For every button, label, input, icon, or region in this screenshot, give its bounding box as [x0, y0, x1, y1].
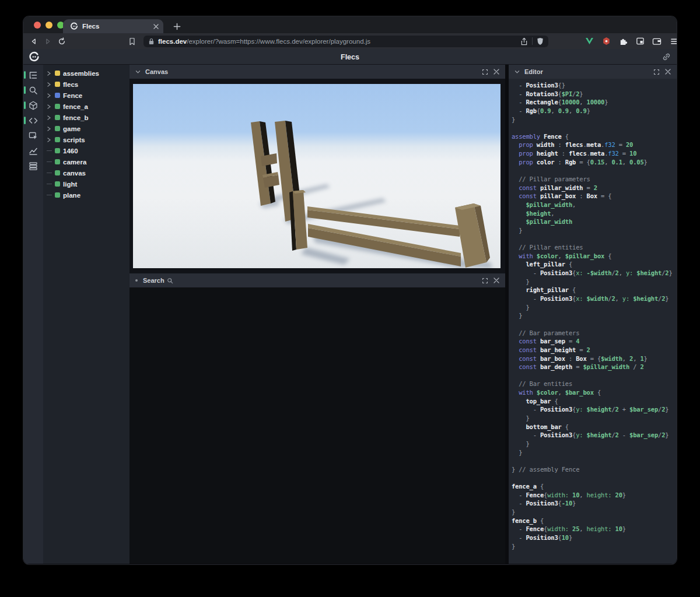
expand-chevron-icon[interactable] [46, 115, 52, 120]
code-line: with $color, $pillar_box { [512, 252, 677, 261]
rail-inspector-icon[interactable] [23, 128, 43, 143]
tree-item[interactable]: canvas [43, 167, 130, 178]
vue-devtools-icon[interactable] [583, 36, 595, 47]
tree-item-label: camera [63, 159, 86, 166]
code-line: const pillar_width = 2 [512, 184, 677, 192]
expand-chevron-icon[interactable] [46, 93, 52, 98]
code-editor[interactable]: - Position3{} - Rotation3{$PI/2} - Recta… [509, 79, 677, 564]
code-line: } [512, 226, 677, 235]
entity-type-square [55, 159, 60, 164]
rail-tree-outline-icon[interactable] [23, 68, 43, 83]
search-panel-body [130, 287, 505, 564]
bookmark-icon[interactable] [126, 35, 138, 47]
code-line: } [512, 440, 677, 448]
code-line: prop height : flecs.meta.f32 = 10 [512, 149, 677, 158]
rail-search-icon[interactable] [23, 83, 43, 98]
close-icon[interactable] [492, 68, 501, 76]
code-line: const bar_sep = 4 [512, 337, 677, 346]
expand-chevron-icon[interactable] [46, 104, 52, 109]
canvas-panel-header[interactable]: Canvas [130, 65, 505, 79]
tab-close-icon[interactable] [153, 24, 159, 29]
rail-chart-icon[interactable] [23, 143, 43, 159]
tree-item[interactable]: light [43, 178, 130, 189]
code-line: const bar_depth = $pillar_width / 2 [512, 363, 677, 371]
expand-chevron-icon[interactable] [46, 127, 52, 131]
editor-panel-header[interactable]: Editor [509, 65, 677, 79]
code-line: } // assembly Fence [512, 465, 677, 474]
reload-icon[interactable] [55, 35, 68, 47]
minimize-window-button[interactable] [46, 22, 52, 29]
chevron-down-icon[interactable] [134, 68, 142, 76]
code-line [512, 320, 677, 329]
entity-type-square [55, 181, 60, 187]
expand-chevron-icon[interactable] [46, 82, 52, 87]
url-bar[interactable]: flecs.dev/explorer/?wasm=https://www.fle… [144, 36, 548, 47]
chevron-down-icon[interactable] [513, 68, 521, 76]
entity-tree: assembliesflecsFencefence_afence_bgamesc… [43, 65, 130, 564]
tree-item[interactable]: scripts [43, 134, 130, 145]
tree-item[interactable]: assemblies [43, 68, 130, 79]
code-line: - Rectangle{10000, 10000} [512, 98, 677, 107]
code-line: const bar_height = 2 [512, 346, 677, 354]
lock-icon [148, 38, 155, 45]
code-line: prop color : Rgb = {0.15, 0.1, 0.05} [512, 158, 677, 167]
expand-chevron-icon[interactable] [46, 138, 52, 142]
code-line: $height, [512, 209, 677, 218]
extension-badge-icon[interactable] [600, 36, 612, 47]
code-line: - Fence{width: 10, height: 20} [512, 491, 677, 500]
fullscreen-icon[interactable] [481, 276, 489, 285]
leaf-dash-icon [46, 161, 52, 163]
side-panel-icon[interactable] [634, 36, 646, 47]
browser-navbar: flecs.dev/explorer/?wasm=https://www.fle… [23, 33, 677, 49]
tree-item[interactable]: fence_a [43, 101, 130, 112]
rail-code-icon[interactable] [23, 113, 43, 128]
rail-cube-icon[interactable] [23, 98, 43, 113]
menu-icon[interactable] [668, 36, 677, 47]
code-line: // Pillar entities [512, 243, 677, 252]
brave-shield-icon[interactable] [537, 37, 544, 45]
close-icon[interactable] [492, 276, 501, 285]
tree-item[interactable]: camera [43, 156, 130, 167]
back-icon[interactable] [27, 35, 40, 47]
tree-item[interactable]: flecs [43, 79, 130, 90]
new-tab-button[interactable] [170, 20, 183, 33]
tree-item-label: game [63, 125, 80, 132]
code-line [512, 166, 677, 175]
forward-icon[interactable] [41, 35, 54, 47]
tree-item[interactable]: game [43, 123, 130, 134]
code-line: - Rotation3{$PI/2} [512, 90, 677, 99]
entity-type-square [55, 93, 60, 98]
entity-type-square [55, 137, 60, 142]
expand-chevron-icon[interactable] [46, 71, 52, 76]
editor-panel: Editor - Position3{} - Rotation3{$PI/2} … [509, 65, 677, 564]
tree-item[interactable]: 1460 [43, 145, 130, 156]
tree-item[interactable]: Fence [43, 90, 130, 101]
close-icon[interactable] [664, 68, 672, 76]
code-line: - Position3{-10} [512, 499, 677, 508]
wallet-icon[interactable] [651, 36, 663, 47]
code-line [512, 473, 677, 482]
search-panel-header[interactable]: Search [130, 273, 505, 287]
code-line: // Pillar parameters [512, 175, 677, 184]
tree-item-label: canvas [63, 170, 86, 177]
fullscreen-icon[interactable] [481, 68, 489, 76]
entity-type-square [55, 170, 60, 175]
code-line: left_pillar { [512, 260, 677, 269]
tree-item[interactable]: plane [43, 189, 130, 201]
entity-type-square [55, 148, 60, 153]
close-window-button[interactable] [34, 22, 41, 29]
tree-item[interactable]: fence_b [43, 112, 130, 123]
code-line: - Fence{width: 25, height: 10} [512, 525, 677, 533]
code-line: fence_a { [512, 482, 677, 491]
rail-stack-icon[interactable] [23, 159, 43, 174]
code-line: } [512, 542, 677, 551]
share-link-icon[interactable] [662, 52, 671, 61]
3d-viewport[interactable] [133, 84, 501, 268]
code-line: with $color, $bar_box { [512, 388, 677, 397]
icon-rail [23, 65, 43, 564]
browser-tab[interactable]: Flecs [63, 19, 163, 33]
extensions-puzzle-icon[interactable] [617, 36, 629, 47]
share-icon[interactable] [520, 37, 528, 45]
leaf-dash-icon [46, 195, 52, 196]
fullscreen-icon[interactable] [652, 68, 660, 76]
